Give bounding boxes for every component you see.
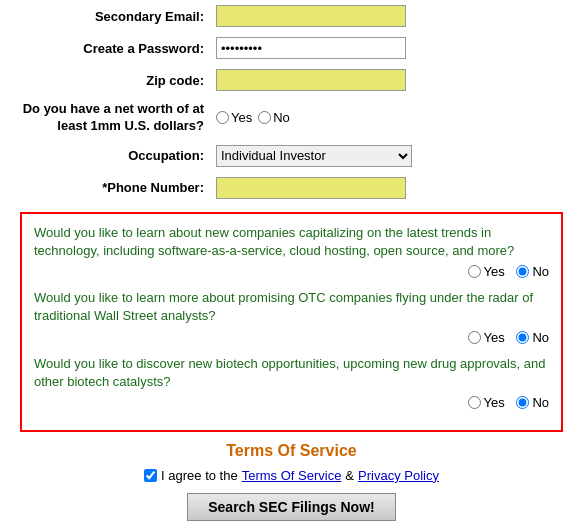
no-text: No [273, 110, 290, 125]
secondary-email-label: Secondary Email: [0, 0, 210, 32]
yes-text: Yes [231, 110, 252, 125]
q2-no-label[interactable]: No [516, 330, 549, 345]
zipcode-label: Zip code: [0, 64, 210, 96]
zipcode-input[interactable] [216, 69, 406, 91]
question-3-text: Would you like to discover new biotech o… [34, 355, 549, 391]
q1-yes-radio[interactable] [468, 265, 481, 278]
q1-no-text: No [532, 264, 549, 279]
networth-yes-radio[interactable] [216, 111, 229, 124]
q2-yes-radio[interactable] [468, 331, 481, 344]
privacy-policy-link[interactable]: Privacy Policy [358, 468, 439, 483]
question-2-answer: Yes No [34, 330, 549, 347]
password-input[interactable] [216, 37, 406, 59]
occupation-label: Occupation: [0, 140, 210, 172]
terms-checkbox[interactable] [144, 469, 157, 482]
q3-no-text: No [532, 395, 549, 410]
q2-yes-text: Yes [484, 330, 505, 345]
networth-label: Do you have a net worth of at least 1mm … [0, 96, 210, 140]
question-1-answer: Yes No [34, 264, 549, 281]
q2-yes-label[interactable]: Yes [468, 330, 505, 345]
phone-input[interactable] [216, 177, 406, 199]
terms-agree-prefix: I agree to the [161, 468, 238, 483]
terms-title: Terms Of Service [0, 442, 583, 460]
networth-yes-label[interactable]: Yes [216, 110, 252, 125]
terms-ampersand: & [345, 468, 354, 483]
phone-label: *Phone Number: [0, 172, 210, 204]
question-1-text: Would you like to learn about new compan… [34, 224, 549, 260]
terms-section: Terms Of Service I agree to the Terms Of… [0, 442, 583, 521]
occupation-select[interactable]: Individual Investor Financial Advisor In… [216, 145, 412, 167]
terms-agree-row: I agree to the Terms Of Service & Privac… [0, 468, 583, 483]
q1-no-label[interactable]: No [516, 264, 549, 279]
q1-yes-text: Yes [484, 264, 505, 279]
questions-box: Would you like to learn about new compan… [20, 212, 563, 432]
secondary-email-input[interactable] [216, 5, 406, 27]
question-2-text: Would you like to learn more about promi… [34, 289, 549, 325]
q1-no-radio[interactable] [516, 265, 529, 278]
q3-yes-text: Yes [484, 395, 505, 410]
submit-button[interactable]: Search SEC Filings Now! [187, 493, 395, 521]
terms-of-service-link[interactable]: Terms Of Service [242, 468, 342, 483]
q3-yes-label[interactable]: Yes [468, 395, 505, 410]
q3-yes-radio[interactable] [468, 396, 481, 409]
q2-no-radio[interactable] [516, 331, 529, 344]
q3-no-radio[interactable] [516, 396, 529, 409]
q3-no-label[interactable]: No [516, 395, 549, 410]
networth-no-radio[interactable] [258, 111, 271, 124]
question-3-answer: Yes No [34, 395, 549, 412]
q1-yes-label[interactable]: Yes [468, 264, 505, 279]
networth-no-label[interactable]: No [258, 110, 290, 125]
password-label: Create a Password: [0, 32, 210, 64]
q2-no-text: No [532, 330, 549, 345]
